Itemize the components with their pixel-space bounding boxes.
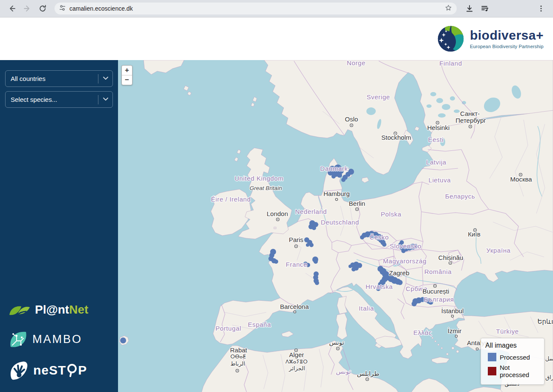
city-dot-center xyxy=(520,174,521,175)
map-label: Київ xyxy=(468,231,480,238)
legend-item: Not processed xyxy=(488,364,540,378)
map-label: Hrvatska xyxy=(366,283,393,290)
city-dot-center xyxy=(237,370,238,371)
map-label: Москва xyxy=(510,176,532,183)
forward-arrow-icon[interactable] xyxy=(21,3,33,14)
map-label: Lietuva xyxy=(429,176,451,184)
address-bar[interactable]: camalien.ecoscience.dk xyxy=(55,3,457,14)
city-dot-center xyxy=(351,125,352,126)
map-label: Alger xyxy=(289,351,304,358)
map-label: Rabat xyxy=(230,346,248,354)
city-dot-center xyxy=(296,246,297,247)
map-label: ⴷⵣⴰⵢⴻⵔ xyxy=(285,359,308,365)
browser-window: camalien.ecoscience.dk xyxy=(0,0,553,392)
map-label: Latvija xyxy=(426,159,446,166)
city-dot xyxy=(451,315,453,317)
onestop-logo[interactable]: neST P xyxy=(9,360,113,380)
map-label: Україна xyxy=(486,247,510,254)
map-label: طرابلس xyxy=(357,370,380,378)
map-label: România xyxy=(424,268,452,275)
city-dot-center xyxy=(437,122,438,123)
reload-icon[interactable] xyxy=(37,3,49,14)
media-playlist-icon[interactable] xyxy=(479,3,491,14)
map-label: Nederland xyxy=(295,208,327,215)
zoom-out-button[interactable]: − xyxy=(122,75,132,85)
country-select[interactable]: All countries xyxy=(5,70,113,87)
map-label: Helsinki xyxy=(427,124,450,131)
map-label: Paris xyxy=(289,236,303,243)
map-label: Hamburg xyxy=(323,190,350,197)
map-label: Portugal xyxy=(216,325,242,332)
map-label: Slovensko xyxy=(390,242,422,250)
city-dot xyxy=(476,348,478,350)
select-divider xyxy=(98,74,98,84)
browser-toolbar: camalien.ecoscience.dk xyxy=(0,0,553,17)
map-label: Երևան xyxy=(538,318,553,325)
map-container[interactable]: NorgeFinlandSverigeEestiLatvijaLietuvaБе… xyxy=(118,60,553,392)
map-label: London xyxy=(267,210,288,217)
map-label: Chișinău xyxy=(438,254,463,261)
plantnet-leaf-icon xyxy=(9,301,31,318)
map-label: Zagreb xyxy=(389,269,409,277)
map-legend: All images ProcessedNot processed xyxy=(481,338,544,385)
bookmark-star-icon[interactable] xyxy=(444,4,452,14)
plantnet-text-2: Net xyxy=(69,303,88,316)
download-icon[interactable] xyxy=(464,3,475,14)
map-zoom-control: + − xyxy=(121,65,132,85)
map-label: Stockholm xyxy=(381,134,411,141)
map-label: Eesti xyxy=(428,136,444,143)
mambo-text: MAMBO xyxy=(32,333,82,346)
map-label: България xyxy=(423,296,454,303)
legend-label: Not processed xyxy=(500,364,540,378)
cluster-marker-madeira[interactable] xyxy=(120,337,126,343)
onestop-text-2: P xyxy=(78,363,87,378)
map-label: الرباط xyxy=(230,360,245,367)
map-label: Oslo xyxy=(345,115,358,123)
map-label: București xyxy=(423,288,449,295)
city-dot-center xyxy=(435,285,435,286)
onestop-leaf-icon xyxy=(9,360,29,380)
map-label: France xyxy=(286,261,307,268)
map-label: راق xyxy=(545,374,553,381)
map-label: United Kingdom xyxy=(234,175,283,182)
city-dot xyxy=(335,198,337,200)
map-label: Петербург xyxy=(455,117,486,124)
map-label: Türkiye xyxy=(496,328,518,335)
map-label: Great Britain xyxy=(250,185,282,191)
plantnet-logo[interactable]: Pl@ntNet xyxy=(9,301,113,318)
back-arrow-icon[interactable] xyxy=(6,3,18,14)
city-dot xyxy=(294,311,296,313)
map-label: Magyarország xyxy=(383,257,426,265)
zoom-in-button[interactable]: + xyxy=(122,66,132,75)
map-label: Berlin xyxy=(349,200,365,207)
map-label: سل xyxy=(545,355,553,362)
map-label: Éire / Ireland xyxy=(211,196,251,203)
kebab-menu-icon[interactable] xyxy=(535,3,547,14)
map-label: الجزائر xyxy=(288,365,305,372)
map-label: Finland xyxy=(439,60,462,67)
map-label: Ελλάς xyxy=(413,329,432,336)
map-label: Санкт- xyxy=(460,110,480,117)
city-dot-center xyxy=(296,350,297,351)
chevron-down-icon[interactable] xyxy=(102,75,109,83)
city-dot-center xyxy=(470,126,471,127)
url-text[interactable]: camalien.ecoscience.dk xyxy=(69,5,444,12)
onestop-magnifier-icon xyxy=(66,363,78,378)
site-settings-icon[interactable] xyxy=(59,4,66,13)
legend-label: Processed xyxy=(500,354,530,361)
map-label: Беларусь xyxy=(445,193,475,200)
brand-title: biodiversa+ xyxy=(470,29,544,42)
species-select[interactable]: Select species... xyxy=(5,91,113,108)
chevron-down-icon[interactable] xyxy=(102,95,109,104)
map-label: İstanbul xyxy=(441,307,464,314)
map-label: تونس xyxy=(329,339,344,346)
map-label: Česko xyxy=(369,233,389,241)
map-label: Sverige xyxy=(366,93,390,101)
mambo-logo[interactable]: MAMBO xyxy=(9,329,113,349)
map-label: Deutschland xyxy=(321,219,359,226)
onestop-text-1: neST xyxy=(33,363,66,378)
map-label: İzmir xyxy=(448,327,462,334)
legend-swatch-processed xyxy=(488,353,496,361)
mambo-leaf-icon xyxy=(9,329,28,349)
city-dot-center xyxy=(277,219,278,220)
